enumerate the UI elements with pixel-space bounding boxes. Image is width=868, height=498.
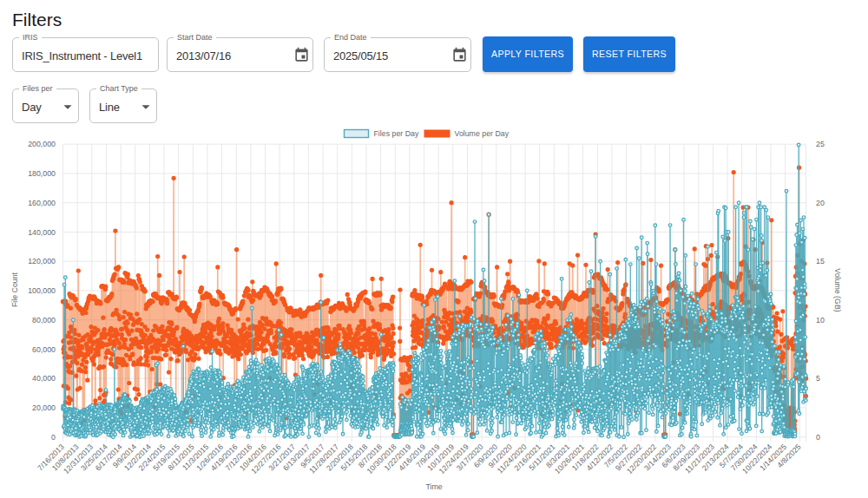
svg-text:15: 15 xyxy=(816,257,825,265)
svg-text:180,000: 180,000 xyxy=(28,169,56,178)
svg-text:100,000: 100,000 xyxy=(28,286,56,295)
svg-text:Files per Day: Files per Day xyxy=(374,129,419,138)
svg-text:140,000: 140,000 xyxy=(28,228,56,237)
svg-text:20: 20 xyxy=(816,199,825,207)
svg-text:200,000: 200,000 xyxy=(28,140,56,148)
svg-text:25: 25 xyxy=(816,140,825,148)
svg-text:120,000: 120,000 xyxy=(28,257,56,265)
svg-text:File Count: File Count xyxy=(10,272,19,307)
svg-text:Volume per Day: Volume per Day xyxy=(455,129,510,138)
svg-text:Time: Time xyxy=(425,482,442,491)
svg-text:0: 0 xyxy=(51,433,56,442)
svg-text:0: 0 xyxy=(816,433,820,442)
svg-text:20,000: 20,000 xyxy=(32,403,56,412)
svg-text:10: 10 xyxy=(816,316,825,324)
svg-text:5: 5 xyxy=(816,374,820,383)
svg-text:40,000: 40,000 xyxy=(32,374,56,383)
svg-text:80,000: 80,000 xyxy=(32,316,56,324)
svg-text:Volume (GB): Volume (GB) xyxy=(833,268,842,311)
svg-text:160,000: 160,000 xyxy=(28,199,56,207)
svg-text:60,000: 60,000 xyxy=(32,345,56,354)
